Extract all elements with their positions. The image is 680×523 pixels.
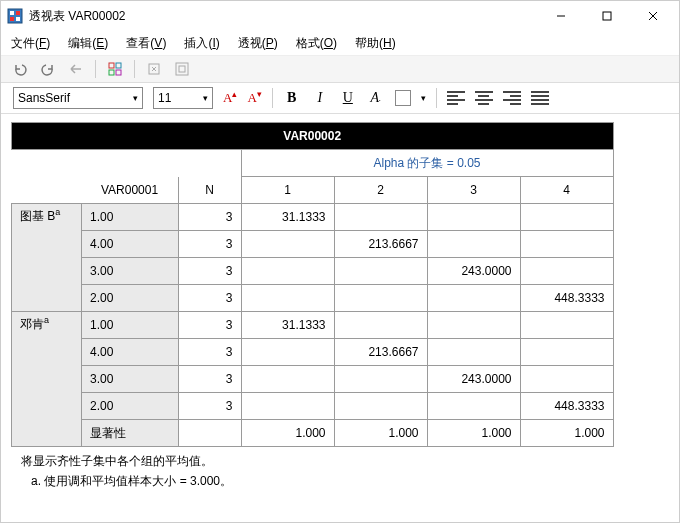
align-center-icon[interactable] <box>475 91 493 105</box>
footnotes: 将显示齐性子集中各个组的平均值。 a. 使用调和平均值样本大小 = 3.000。 <box>11 453 669 490</box>
titlebar[interactable]: 透视表 VAR00002 <box>1 1 679 31</box>
app-icon <box>7 8 23 24</box>
align-right-icon[interactable] <box>503 91 521 105</box>
revert-icon[interactable] <box>67 60 85 78</box>
svg-rect-4 <box>16 17 20 21</box>
underline-button[interactable]: U <box>339 89 357 107</box>
svg-rect-1 <box>10 11 14 15</box>
table-row[interactable]: 邓肯a 1.00 3 31.1333 <box>12 312 614 339</box>
content-area: VAR00002 Alpha 的子集 = 0.05 VAR00001 N 1 2… <box>1 114 679 522</box>
table-row[interactable]: 4.00 3 213.6667 <box>12 231 614 258</box>
svg-rect-3 <box>10 17 14 21</box>
font-color-button[interactable]: A. <box>367 89 385 107</box>
svg-rect-12 <box>116 70 121 75</box>
minimize-button[interactable] <box>539 2 583 30</box>
increase-font-icon[interactable]: A▴ <box>223 89 237 106</box>
table-row[interactable]: 2.00 3 448.3333 <box>12 285 614 312</box>
menu-file[interactable]: 文件(F) <box>11 35 50 52</box>
font-size: 11 <box>158 91 171 105</box>
app-window: 透视表 VAR00002 文件(F) 编辑(E) 查看(V) 插入(I) 透视(… <box>0 0 680 523</box>
footnote-line: 将显示齐性子集中各个组的平均值。 <box>11 453 669 470</box>
decrease-font-icon[interactable]: A▾ <box>247 89 261 106</box>
svg-rect-11 <box>109 70 114 75</box>
font-size-select[interactable]: 11 ▾ <box>153 87 213 109</box>
dropdown-icon[interactable]: ▾ <box>421 93 426 103</box>
col-sub-4: 4 <box>520 177 613 204</box>
font-name: SansSerif <box>18 91 70 105</box>
menu-edit[interactable]: 编辑(E) <box>68 35 108 52</box>
menu-pivot[interactable]: 透视(P) <box>238 35 278 52</box>
table-row[interactable]: 4.00 3 213.6667 <box>12 339 614 366</box>
svg-rect-6 <box>603 12 611 20</box>
dropdown-icon: ▾ <box>203 93 208 103</box>
col-n: N <box>178 177 241 204</box>
col-var: VAR00001 <box>82 177 179 204</box>
svg-rect-9 <box>109 63 114 68</box>
dropdown-icon: ▾ <box>133 93 138 103</box>
svg-rect-2 <box>16 11 20 15</box>
alpha-header: Alpha 的子集 = 0.05 <box>241 150 613 177</box>
font-select[interactable]: SansSerif ▾ <box>13 87 143 109</box>
toolbar-format: SansSerif ▾ 11 ▾ A▴ A▾ B I U A. ▾ <box>1 82 679 114</box>
pivot-table[interactable]: VAR00002 Alpha 的子集 = 0.05 VAR00001 N 1 2… <box>11 122 614 447</box>
col-sub-1: 1 <box>241 177 334 204</box>
maximize-button[interactable] <box>585 2 629 30</box>
align-left-icon[interactable] <box>447 91 465 105</box>
redo-icon[interactable] <box>39 60 57 78</box>
color-swatch[interactable] <box>395 90 411 106</box>
col-sub-3: 3 <box>427 177 520 204</box>
menu-format[interactable]: 格式(O) <box>296 35 337 52</box>
svg-rect-14 <box>176 63 188 75</box>
undo-icon[interactable] <box>11 60 29 78</box>
align-justify-icon[interactable] <box>531 91 549 105</box>
toolbar-edit <box>1 56 679 82</box>
menubar: 文件(F) 编辑(E) 查看(V) 插入(I) 透视(P) 格式(O) 帮助(H… <box>1 31 679 56</box>
footnote-line: a. 使用调和平均值样本大小 = 3.000。 <box>11 473 669 490</box>
group-label: 邓肯a <box>12 312 82 447</box>
rotate-outer-icon[interactable] <box>173 60 191 78</box>
table-title: VAR00002 <box>12 123 614 150</box>
rotate-inner-icon[interactable] <box>145 60 163 78</box>
italic-button[interactable]: I <box>311 89 329 107</box>
menu-view[interactable]: 查看(V) <box>126 35 166 52</box>
svg-rect-15 <box>179 66 185 72</box>
group-label: 图基 Ba <box>12 204 82 312</box>
table-row[interactable]: 3.00 3 243.0000 <box>12 366 614 393</box>
table-row[interactable]: 显著性 1.000 1.000 1.000 1.000 <box>12 420 614 447</box>
window-title: 透视表 VAR00002 <box>29 8 539 25</box>
close-button[interactable] <box>631 2 675 30</box>
table-row[interactable]: 3.00 3 243.0000 <box>12 258 614 285</box>
col-sub-2: 2 <box>334 177 427 204</box>
menu-insert[interactable]: 插入(I) <box>184 35 219 52</box>
pivot-tray-icon[interactable] <box>106 60 124 78</box>
svg-rect-10 <box>116 63 121 68</box>
table-row[interactable]: 2.00 3 448.3333 <box>12 393 614 420</box>
bold-button[interactable]: B <box>283 89 301 107</box>
menu-help[interactable]: 帮助(H) <box>355 35 396 52</box>
table-row[interactable]: 图基 Ba 1.00 3 31.1333 <box>12 204 614 231</box>
